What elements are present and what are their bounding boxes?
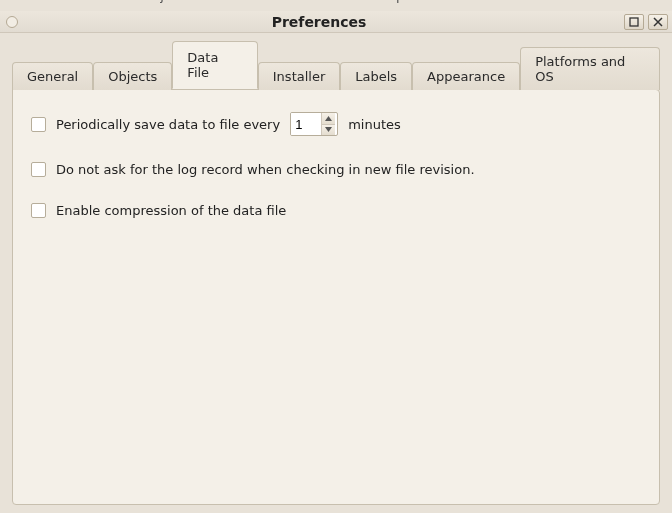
tab-appearance[interactable]: Appearance [412, 62, 520, 90]
autosave-interval-spinner[interactable] [290, 112, 338, 136]
no-log-prompt-checkbox[interactable] [31, 162, 46, 177]
tab-data-file[interactable]: Data File [172, 41, 257, 89]
close-button[interactable] [648, 14, 668, 30]
menu-window[interactable]: Window [305, 0, 356, 3]
no-log-prompt-row: Do not ask for the log record when check… [31, 162, 641, 177]
menu-view[interactable]: View [93, 0, 124, 3]
chevron-down-icon [325, 127, 332, 132]
spinner-down-button[interactable] [322, 125, 335, 136]
titlebar: Preferences [0, 11, 672, 33]
svg-rect-0 [630, 18, 638, 26]
compression-row: Enable compression of the data file [31, 203, 641, 218]
tab-bar: General Objects Data File Installer Labe… [12, 41, 660, 89]
menu-object[interactable]: Object [142, 0, 184, 3]
chevron-up-icon [325, 116, 332, 121]
compression-checkbox[interactable] [31, 203, 46, 218]
tab-objects[interactable]: Objects [93, 62, 172, 90]
compression-label: Enable compression of the data file [56, 203, 286, 218]
window-badge-icon [6, 16, 18, 28]
spinner-up-button[interactable] [322, 113, 335, 125]
client-area: General Objects Data File Installer Labe… [0, 33, 672, 513]
menu-rules[interactable]: Rules [202, 0, 237, 3]
tab-labels[interactable]: Labels [340, 62, 412, 90]
autosave-label-before: Periodically save data to file every [56, 117, 280, 132]
tab-platforms-and-os[interactable]: Platforms and OS [520, 47, 660, 90]
tab-general[interactable]: General [12, 62, 93, 90]
autosave-label-after: minutes [348, 117, 401, 132]
autosave-row: Periodically save data to file every min… [31, 112, 641, 136]
tab-panel: Periodically save data to file every min… [12, 89, 660, 505]
window-title: Preferences [18, 14, 620, 30]
maximize-button[interactable] [624, 14, 644, 30]
no-log-prompt-label: Do not ask for the log record when check… [56, 162, 475, 177]
menu-edit[interactable]: Edit [50, 0, 75, 3]
tab-installer[interactable]: Installer [258, 62, 340, 90]
autosave-interval-input[interactable] [291, 113, 321, 135]
maximize-icon [629, 17, 639, 27]
menu-tools[interactable]: Tools [255, 0, 287, 3]
menubar: File Edit View Object Rules Tools Window… [0, 0, 672, 11]
menu-help[interactable]: Help [375, 0, 405, 3]
menu-file[interactable]: File [10, 0, 32, 3]
autosave-checkbox[interactable] [31, 117, 46, 132]
close-icon [653, 17, 663, 27]
